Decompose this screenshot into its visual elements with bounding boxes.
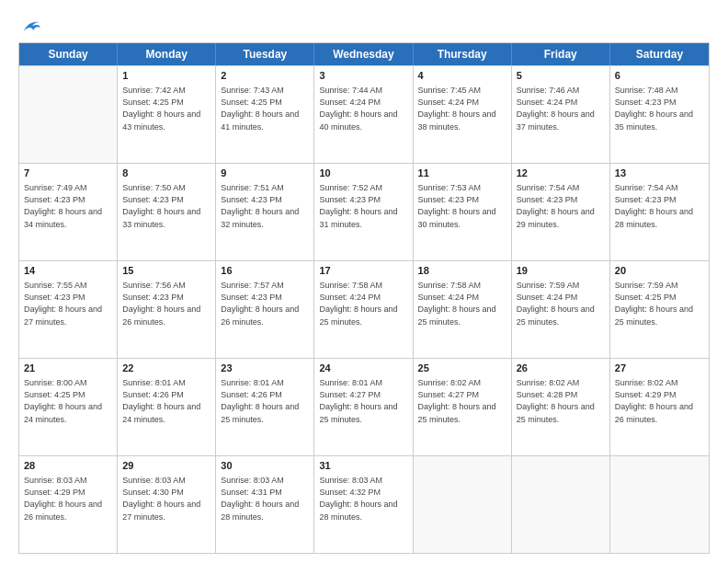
calendar-cell: 30Sunrise: 8:03 AMSunset: 4:31 PMDayligh… (216, 456, 314, 553)
cell-info: Sunrise: 8:01 AMSunset: 4:26 PMDaylight:… (122, 377, 210, 425)
day-number: 1 (122, 69, 210, 83)
cell-info: Sunrise: 7:51 AMSunset: 4:23 PMDaylight:… (221, 182, 309, 230)
calendar-row-4: 28Sunrise: 8:03 AMSunset: 4:29 PMDayligh… (19, 455, 709, 553)
calendar-cell: 6Sunrise: 7:48 AMSunset: 4:23 PMDaylight… (610, 66, 709, 163)
cell-info: Sunrise: 8:03 AMSunset: 4:31 PMDaylight:… (221, 475, 309, 523)
calendar-cell: 18Sunrise: 7:58 AMSunset: 4:24 PMDayligh… (414, 261, 512, 358)
day-number: 15 (122, 264, 210, 278)
day-number: 6 (615, 69, 704, 83)
calendar-cell: 3Sunrise: 7:44 AMSunset: 4:24 PMDaylight… (314, 66, 413, 163)
cell-info: Sunrise: 7:48 AMSunset: 4:23 PMDaylight:… (615, 85, 704, 132)
cell-info: Sunrise: 7:54 AMSunset: 4:23 PMDaylight:… (615, 182, 704, 230)
calendar-cell: 16Sunrise: 7:57 AMSunset: 4:23 PMDayligh… (216, 261, 314, 358)
day-number: 23 (221, 362, 309, 375)
calendar: SundayMondayTuesdayWednesdayThursdayFrid… (18, 42, 710, 554)
day-number: 11 (418, 167, 506, 180)
weekday-header-wednesday: Wednesday (314, 43, 413, 65)
day-number: 16 (221, 264, 309, 278)
calendar-cell: 15Sunrise: 7:56 AMSunset: 4:23 PMDayligh… (118, 261, 216, 358)
cell-info: Sunrise: 7:50 AMSunset: 4:23 PMDaylight:… (122, 182, 210, 230)
calendar-cell: 20Sunrise: 7:59 AMSunset: 4:25 PMDayligh… (610, 261, 709, 358)
day-number: 4 (418, 69, 506, 83)
cell-info: Sunrise: 7:42 AMSunset: 4:25 PMDaylight:… (122, 85, 210, 132)
cell-info: Sunrise: 7:59 AMSunset: 4:24 PMDaylight:… (517, 280, 605, 327)
day-number: 8 (122, 167, 210, 180)
logo (18, 18, 40, 33)
cell-info: Sunrise: 8:02 AMSunset: 4:27 PMDaylight:… (418, 377, 506, 425)
day-number: 20 (615, 264, 704, 278)
day-number: 21 (24, 362, 112, 375)
calendar-cell: 22Sunrise: 8:01 AMSunset: 4:26 PMDayligh… (118, 359, 216, 455)
day-number: 22 (122, 362, 210, 375)
cell-info: Sunrise: 8:02 AMSunset: 4:28 PMDaylight:… (517, 377, 605, 425)
day-number: 17 (319, 264, 407, 278)
cell-info: Sunrise: 7:59 AMSunset: 4:25 PMDaylight:… (615, 280, 704, 327)
day-number: 14 (24, 264, 112, 278)
cell-info: Sunrise: 7:46 AMSunset: 4:24 PMDaylight:… (517, 85, 605, 132)
weekday-header-friday: Friday (512, 43, 610, 65)
cell-info: Sunrise: 8:03 AMSunset: 4:29 PMDaylight:… (24, 475, 112, 523)
day-number: 3 (319, 69, 407, 83)
cell-info: Sunrise: 8:03 AMSunset: 4:30 PMDaylight:… (122, 475, 210, 523)
calendar-cell: 23Sunrise: 8:01 AMSunset: 4:26 PMDayligh… (216, 359, 314, 455)
calendar-cell: 14Sunrise: 7:55 AMSunset: 4:23 PMDayligh… (19, 261, 118, 358)
cell-info: Sunrise: 7:54 AMSunset: 4:23 PMDaylight:… (517, 182, 605, 230)
calendar-cell: 29Sunrise: 8:03 AMSunset: 4:30 PMDayligh… (118, 456, 216, 553)
calendar-cell: 25Sunrise: 8:02 AMSunset: 4:27 PMDayligh… (414, 359, 512, 455)
cell-info: Sunrise: 7:44 AMSunset: 4:24 PMDaylight:… (319, 85, 407, 132)
calendar-row-0: 1Sunrise: 7:42 AMSunset: 4:25 PMDaylight… (19, 65, 709, 163)
cell-info: Sunrise: 7:57 AMSunset: 4:23 PMDaylight:… (221, 280, 309, 327)
calendar-body: 1Sunrise: 7:42 AMSunset: 4:25 PMDaylight… (19, 65, 709, 553)
day-number: 9 (221, 167, 309, 180)
cell-info: Sunrise: 7:49 AMSunset: 4:23 PMDaylight:… (24, 182, 112, 230)
day-number: 18 (418, 264, 506, 278)
day-number: 2 (221, 69, 309, 83)
calendar-row-2: 14Sunrise: 7:55 AMSunset: 4:23 PMDayligh… (19, 260, 709, 358)
calendar-cell: 17Sunrise: 7:58 AMSunset: 4:24 PMDayligh… (314, 261, 413, 358)
cell-info: Sunrise: 7:56 AMSunset: 4:23 PMDaylight:… (122, 280, 210, 327)
calendar-cell (610, 456, 709, 553)
day-number: 19 (517, 264, 605, 278)
logo-bird-icon (20, 17, 40, 37)
cell-info: Sunrise: 8:03 AMSunset: 4:32 PMDaylight:… (319, 475, 407, 523)
cell-info: Sunrise: 8:00 AMSunset: 4:25 PMDaylight:… (24, 377, 112, 425)
cell-info: Sunrise: 7:55 AMSunset: 4:23 PMDaylight:… (24, 280, 112, 327)
calendar-cell: 24Sunrise: 8:01 AMSunset: 4:27 PMDayligh… (314, 359, 413, 455)
calendar-cell: 8Sunrise: 7:50 AMSunset: 4:23 PMDaylight… (118, 164, 216, 260)
day-number: 24 (319, 362, 407, 375)
day-number: 26 (517, 362, 605, 375)
calendar-cell: 28Sunrise: 8:03 AMSunset: 4:29 PMDayligh… (19, 456, 118, 553)
day-number: 31 (319, 459, 407, 473)
calendar-cell (512, 456, 610, 553)
day-number: 10 (319, 167, 407, 180)
cell-info: Sunrise: 7:53 AMSunset: 4:23 PMDaylight:… (418, 182, 506, 230)
calendar-row-3: 21Sunrise: 8:00 AMSunset: 4:25 PMDayligh… (19, 358, 709, 455)
weekday-header-tuesday: Tuesday (216, 43, 314, 65)
day-number: 25 (418, 362, 506, 375)
calendar-cell: 7Sunrise: 7:49 AMSunset: 4:23 PMDaylight… (19, 164, 118, 260)
calendar-cell (19, 66, 118, 163)
calendar-cell: 9Sunrise: 7:51 AMSunset: 4:23 PMDaylight… (216, 164, 314, 260)
calendar-cell: 5Sunrise: 7:46 AMSunset: 4:24 PMDaylight… (512, 66, 610, 163)
calendar-cell: 21Sunrise: 8:00 AMSunset: 4:25 PMDayligh… (19, 359, 118, 455)
page: SundayMondayTuesdayWednesdayThursdayFrid… (0, 0, 728, 563)
cell-info: Sunrise: 7:58 AMSunset: 4:24 PMDaylight:… (418, 280, 506, 327)
calendar-cell: 26Sunrise: 8:02 AMSunset: 4:28 PMDayligh… (512, 359, 610, 455)
cell-info: Sunrise: 8:01 AMSunset: 4:27 PMDaylight:… (319, 377, 407, 425)
weekday-header-saturday: Saturday (610, 43, 709, 65)
cell-info: Sunrise: 7:52 AMSunset: 4:23 PMDaylight:… (319, 182, 407, 230)
day-number: 13 (615, 167, 704, 180)
calendar-cell: 1Sunrise: 7:42 AMSunset: 4:25 PMDaylight… (118, 66, 216, 163)
cell-info: Sunrise: 7:43 AMSunset: 4:25 PMDaylight:… (221, 85, 309, 132)
day-number: 12 (517, 167, 605, 180)
calendar-cell: 2Sunrise: 7:43 AMSunset: 4:25 PMDaylight… (216, 66, 314, 163)
header (18, 15, 710, 33)
calendar-cell: 13Sunrise: 7:54 AMSunset: 4:23 PMDayligh… (610, 164, 709, 260)
day-number: 27 (615, 362, 704, 375)
calendar-cell: 27Sunrise: 8:02 AMSunset: 4:29 PMDayligh… (610, 359, 709, 455)
weekday-header-monday: Monday (118, 43, 216, 65)
calendar-cell: 31Sunrise: 8:03 AMSunset: 4:32 PMDayligh… (314, 456, 413, 553)
cell-info: Sunrise: 7:45 AMSunset: 4:24 PMDaylight:… (418, 85, 506, 132)
day-number: 5 (517, 69, 605, 83)
day-number: 28 (24, 459, 112, 473)
